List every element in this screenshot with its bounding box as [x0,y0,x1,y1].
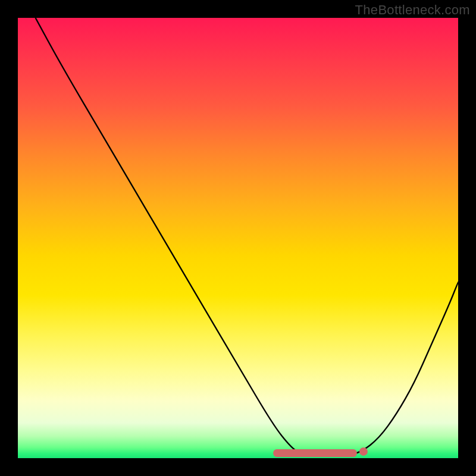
flat-zone-marker [273,449,357,457]
chart-frame: TheBottleneck.com [0,0,476,476]
chart-svg [18,18,458,458]
bottleneck-curve [36,18,458,456]
flat-zone-end-dot [359,447,368,456]
chart-plot-area [18,18,458,458]
watermark-text: TheBottleneck.com [355,2,470,18]
